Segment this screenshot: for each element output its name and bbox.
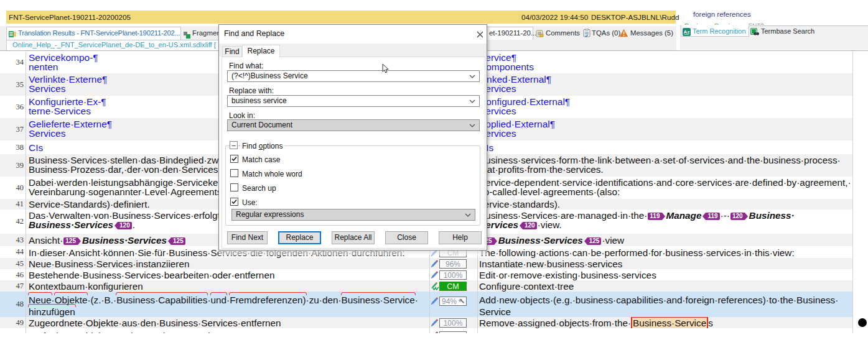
svg-text:Az: Az [684, 29, 690, 35]
